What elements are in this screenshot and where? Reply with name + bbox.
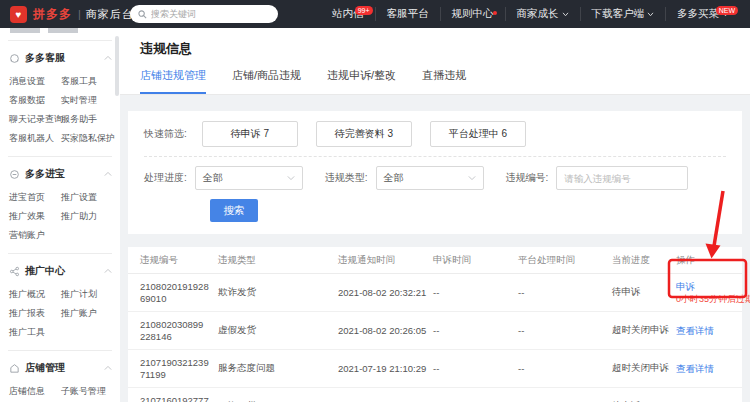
section-title: 多多进宝 [25, 167, 104, 181]
sidebar-item[interactable]: 进宝首页 [9, 188, 61, 207]
sidebar-item[interactable]: 推广概况 [9, 285, 61, 304]
violation-id: 210802030899228146 [140, 319, 218, 343]
top-nav: 站内信 99+ 客服平台 规则中心 商家成长 下载客户端 多多买菜 NEW [321, 0, 740, 28]
sidebar-item[interactable]: 子账号管理 [61, 382, 116, 401]
column-header: 操作 [676, 254, 742, 267]
search-input[interactable] [151, 9, 261, 19]
sidebar-section-shop-management[interactable]: 店铺管理 [0, 355, 120, 380]
sidebar-item[interactable]: 推广效果 [9, 207, 61, 226]
chevron-up-icon[interactable] [104, 365, 112, 371]
sidebar-section-duoduo-jinbao[interactable]: 多多进宝 [0, 161, 120, 186]
view-details-link[interactable]: 查看详情 [676, 324, 742, 337]
progress-select-value: 全部 [203, 171, 223, 185]
headset-icon [9, 53, 20, 64]
notify-time: 2021-08-02 20:32:21 [338, 287, 433, 298]
column-header: 违规类型 [218, 254, 338, 267]
sidebar-item[interactable]: 营销账户 [9, 226, 61, 245]
brand-separator: | [78, 8, 81, 20]
table-row: 210719032123971199 服务态度问题 2021-07-19 21:… [128, 350, 742, 388]
nav-rules-center[interactable]: 规则中心 [440, 7, 505, 21]
chevron-down-icon [562, 12, 569, 17]
violation-type-select[interactable]: 全部 [376, 166, 484, 190]
quick-filter-pending-appeal[interactable]: 待申诉 7 [202, 121, 298, 147]
appeal-time: -- [433, 325, 518, 336]
divider [8, 156, 112, 157]
nav-duoduo-maicai[interactable]: 多多买菜 NEW [665, 7, 740, 21]
sidebar-items: 推广概况 推广计划 推广报表 推广账户 推广工具 [0, 283, 120, 346]
platform-time: -- [518, 363, 612, 374]
table-row: 210802030899228146 虚假发货 2021-08-02 20:26… [128, 312, 742, 350]
table-header-row: 违规编号 违规类型 违规通知时间 申诉时间 平台处理时间 当前进度 操作 [128, 247, 742, 274]
view-details-link[interactable]: 查看详情 [676, 362, 742, 375]
section-title: 推广中心 [25, 264, 104, 278]
platform-time: -- [518, 325, 612, 336]
chevron-up-icon[interactable] [104, 55, 112, 61]
sidebar-item[interactable]: 推广工具 [9, 323, 61, 342]
divider [8, 253, 112, 254]
expiry-warning: 0小时35分钟后过期 [676, 293, 750, 306]
tab-shop-violation-management[interactable]: 店铺违规管理 [140, 68, 206, 94]
column-header: 违规编号 [140, 254, 218, 267]
nav-messages[interactable]: 站内信 99+ [321, 7, 375, 21]
column-header: 违规通知时间 [338, 254, 433, 267]
notify-time: 2021-07-19 21:10:29 [338, 363, 433, 374]
maicai-new-badge: NEW [716, 6, 738, 15]
appeal-time: -- [433, 287, 518, 298]
chevron-up-icon[interactable] [104, 268, 112, 274]
main-content: 违规信息 店铺违规管理 店铺/商品违规 违规申诉/整改 直播违规 快速筛选: 待… [120, 28, 750, 402]
topbar: ♥ 拼多多 | 商家后台 站内信 99+ 客服平台 规则中心 商家成长 下载客户… [0, 0, 750, 28]
column-header: 申诉时间 [433, 254, 518, 267]
divider [120, 94, 750, 95]
quick-filter-pending-materials[interactable]: 待完善资料 3 [316, 121, 412, 147]
rules-notification-dot [493, 11, 497, 15]
sidebar-item[interactable]: 客服机器人 [9, 129, 61, 148]
action-cell: 申诉 0小时35分钟后过期 [676, 280, 750, 306]
page-title: 违规信息 [140, 40, 730, 58]
search-button[interactable]: 搜索 [210, 199, 258, 222]
sidebar-item[interactable]: 推广账户 [61, 304, 116, 323]
progress-select[interactable]: 全部 [195, 166, 303, 190]
quick-filter-platform-processing[interactable]: 平台处理中 6 [430, 121, 526, 147]
violation-number-input[interactable] [556, 166, 688, 190]
chevron-down-icon [287, 175, 295, 181]
violation-type: 欺诈发货 [218, 286, 338, 299]
nav-merchant-growth-label: 商家成长 [517, 7, 559, 21]
nav-download-client-label: 下载客户端 [592, 7, 645, 21]
page-header: 违规信息 店铺违规管理 店铺/商品违规 违规申诉/整改 直播违规 [120, 28, 750, 94]
divider [8, 350, 112, 351]
sidebar-section-customer-service[interactable]: 多多客服 [0, 45, 120, 70]
sidebar-item[interactable]: 推广设置 [61, 188, 116, 207]
violation-id: 210719032123971199 [140, 357, 218, 381]
sidebar-item[interactable]: 聊天记录查询 [9, 110, 61, 129]
sidebar-scrollbar[interactable] [115, 36, 119, 96]
sidebar-item[interactable]: 推广计划 [61, 285, 116, 304]
sidebar-item[interactable]: 客服工具 [61, 72, 116, 91]
appeal-link[interactable]: 申诉 [676, 280, 750, 293]
sidebar-clipped-row [10, 28, 110, 36]
sidebar-item[interactable]: 推广报表 [9, 304, 61, 323]
brand-logo[interactable]: ♥ 拼多多 | 商家后台 [0, 6, 134, 23]
violation-id: 210716019277757917 [140, 395, 218, 402]
action-cell: 查看详情 [676, 362, 742, 375]
chevron-up-icon[interactable] [104, 171, 112, 177]
tab-violation-appeal[interactable]: 违规申诉/整改 [327, 68, 396, 94]
sidebar-item[interactable]: 实时管理 [61, 91, 116, 110]
sidebar-item[interactable]: 买家隐私保护 [61, 129, 116, 148]
type-select-value: 全部 [384, 171, 404, 185]
sidebar-item[interactable]: 店铺信息 [9, 382, 61, 401]
violations-table: 违规编号 违规类型 违规通知时间 申诉时间 平台处理时间 当前进度 操作 210… [128, 247, 742, 402]
global-search[interactable] [130, 5, 278, 23]
sidebar-section-promotion-center[interactable]: 推广中心 [0, 258, 120, 283]
chevron-down-icon [468, 175, 476, 181]
nav-download-client[interactable]: 下载客户端 [580, 7, 666, 21]
tab-shop-product-violation[interactable]: 店铺/商品违规 [232, 68, 301, 94]
nav-merchant-growth[interactable]: 商家成长 [505, 7, 580, 21]
column-header: 平台处理时间 [518, 254, 612, 267]
quick-filter-row: 快速筛选: 待申诉 7 待完善资料 3 平台处理中 6 [144, 121, 726, 147]
nav-service-platform[interactable]: 客服平台 [375, 7, 440, 21]
sidebar-item[interactable]: 推广助力 [61, 207, 116, 226]
tab-live-violation[interactable]: 直播违规 [422, 68, 466, 94]
sidebar-item[interactable]: 客服数据 [9, 91, 61, 110]
sidebar-item[interactable]: 消息设置 [9, 72, 61, 91]
sidebar-item[interactable]: 服务助手 [61, 110, 116, 129]
